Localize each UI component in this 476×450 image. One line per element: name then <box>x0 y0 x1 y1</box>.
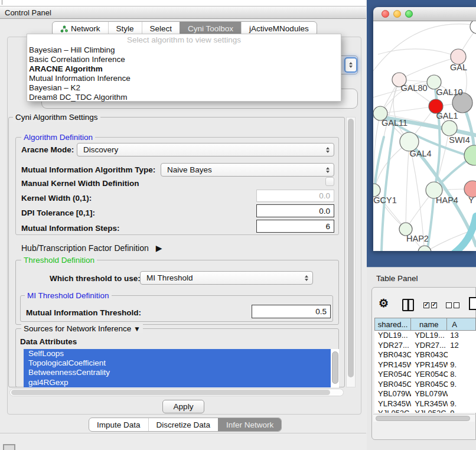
dropdown-prompt: Select algorithm to view settings <box>27 35 341 45</box>
hub-definition-label: Hub/Transcription Factor Definition <box>21 243 149 253</box>
attributes-scrollbar-thumb[interactable] <box>332 351 338 384</box>
dpi-tolerance-field[interactable]: 0.0 <box>256 204 334 217</box>
algorithm-combobox-stepper[interactable] <box>344 57 357 73</box>
tab-discretize-data[interactable]: Discretize Data <box>148 418 219 431</box>
table-cell: 9. <box>448 399 476 409</box>
table-row[interactable]: YER054CYER054C8. <box>374 370 476 380</box>
attribute-item[interactable]: TopologicalCoefficient <box>24 358 331 368</box>
top-strip-artifact <box>2 0 2 5</box>
app-top-strip <box>0 0 366 6</box>
node-GCY1[interactable] <box>373 184 380 197</box>
aracne-mode-combobox[interactable]: Discovery <box>77 143 334 156</box>
apply-button[interactable]: Apply <box>162 400 204 413</box>
column-header-1[interactable]: shared... <box>374 318 411 331</box>
gear-icon[interactable]: ⚙ <box>379 297 389 310</box>
screen: Control Panel ✕ NetworkStyleSelectCyni T… <box>0 0 476 450</box>
algorithm-option[interactable]: Dream8 DC_TDC Algorithm <box>27 93 341 102</box>
columns-icon[interactable] <box>402 299 414 311</box>
which-threshold-value: MI Threshold <box>146 273 193 282</box>
table-row[interactable]: YBL079WYBL079W <box>374 389 476 399</box>
table-cell: 12 <box>448 341 476 351</box>
table-row[interactable]: YBR045CYBR045C9. <box>374 380 476 390</box>
node-Y[interactable] <box>464 181 476 197</box>
network-edge <box>378 49 458 57</box>
cyni-mode-tab-bar: Impute DataDiscretize DataInfer Network <box>89 418 282 432</box>
algorithm-option[interactable]: Basic Correlation Inference <box>27 55 341 64</box>
algorithm-option[interactable]: Bayesian – K2 <box>27 83 341 93</box>
node-unlabeled[interactable] <box>470 21 476 34</box>
attribute-item[interactable]: gal4RGexp <box>24 378 331 387</box>
kernel-width-value: 0.0 <box>319 191 330 200</box>
mi-threshold-field[interactable]: 0.5 <box>252 305 331 318</box>
control-panel-title: Control Panel <box>5 8 51 17</box>
table-row[interactable]: YJL052CYJL052C9 <box>374 409 476 413</box>
mi-type-combobox[interactable]: Naive Bayes <box>161 163 334 177</box>
settings-horizontal-scrollbar[interactable] <box>9 389 344 396</box>
table-row[interactable]: YLR345WYLR345W9. <box>374 399 476 409</box>
settings-group-title: Cyni Algorithm Settings <box>13 113 100 122</box>
algorithm-option[interactable]: ARACNE Algorithm <box>27 64 341 74</box>
manual-kernel-checkbox[interactable] <box>325 177 334 186</box>
close-window-button[interactable] <box>382 10 389 18</box>
page-icon[interactable] <box>469 297 476 310</box>
table-cell: YDL19... <box>411 331 448 341</box>
column-header-2[interactable]: name <box>411 318 447 331</box>
stepper-down-icon <box>349 66 353 68</box>
table-cell: YLR345W <box>374 399 411 409</box>
kernel-width-field[interactable]: 0.0 <box>256 190 334 202</box>
zoom-window-button[interactable] <box>405 10 413 18</box>
table-header-row: shared...nameA <box>374 318 476 331</box>
node-label-GCY1: GCY1 <box>373 195 397 205</box>
tab-label: jActiveMNodules <box>249 24 309 33</box>
tab-label: Network <box>71 24 100 33</box>
network-window-titlebar[interactable] <box>373 7 476 21</box>
table-cell: YPR145W <box>411 360 448 370</box>
node-label-GAL80: GAL80 <box>400 83 427 93</box>
node-label-GAL4: GAL4 <box>409 149 431 158</box>
mi-steps-field[interactable]: 6 <box>256 220 334 233</box>
minimized-panel-button[interactable] <box>3 444 15 450</box>
sources-group-title[interactable]: Sources for Network Inference ▼ <box>21 324 143 333</box>
table-row[interactable]: YBR043CYBR043C <box>374 350 476 360</box>
table-row[interactable]: YDR27...YDR27...12 <box>374 341 476 351</box>
table-cell: 9. <box>448 380 476 390</box>
algorithm-option[interactable]: Mutual Information Inference <box>27 74 341 83</box>
mi-type-value: Naive Bayes <box>167 165 212 174</box>
node-label-SWI4: SWI4 <box>449 135 470 145</box>
hscroll-thumb[interactable] <box>11 390 330 395</box>
minimize-window-button[interactable] <box>393 10 401 18</box>
attribute-item[interactable]: BetweennessCentrality <box>24 368 331 377</box>
algorithm-dropdown-popup: Select algorithm to view settings Bayesi… <box>27 34 341 102</box>
node-label-GAL1: GAL1 <box>436 111 458 120</box>
table-horizontal-scrollbar[interactable] <box>373 414 475 422</box>
table-cell: YBL079W <box>374 389 411 399</box>
panel-divider <box>0 433 366 433</box>
deselect-all-checkboxes-icon[interactable] <box>446 302 459 308</box>
network-canvas[interactable]: GALGAL80GAL10GAL1GAL11SWI4GAL4GCY1HAP4YH… <box>373 21 476 251</box>
table-hscroll-thumb[interactable] <box>376 416 470 421</box>
tab-impute-data[interactable]: Impute Data <box>89 418 148 431</box>
node-label-HAP2: HAP2 <box>406 234 429 243</box>
tab-infer-network[interactable]: Infer Network <box>218 418 281 431</box>
which-threshold-combobox[interactable]: MI Threshold <box>140 271 313 285</box>
dpi-tolerance-label: DPI Tolerance [0,1]: <box>21 208 95 217</box>
table-cell: YER054C <box>374 370 411 380</box>
tab-label: Impute Data <box>97 420 141 429</box>
mi-type-label: Mutual Information Algorithm Type: <box>21 165 155 174</box>
apply-button-label: Apply <box>174 402 194 411</box>
hub-definition-toggle[interactable]: Hub/Transcription Factor Definition ▶ <box>21 243 162 253</box>
network-graph: GALGAL80GAL10GAL1GAL11SWI4GAL4GCY1HAP4YH… <box>373 21 476 251</box>
aracne-mode-label: Aracne Mode: <box>21 145 74 154</box>
table-panel-title: Table Panel <box>376 274 418 283</box>
settings-vertical-scrollbar[interactable] <box>346 117 356 387</box>
attribute-item[interactable]: SelfLoops <box>24 349 331 358</box>
table-row[interactable]: YDL19...YDL19...13 <box>374 331 476 341</box>
network-edge <box>374 137 384 190</box>
column-header-3[interactable]: A <box>447 318 476 331</box>
node-SWI4[interactable] <box>442 120 457 136</box>
algorithm-option[interactable]: Bayesian – Hill Climbing <box>27 45 341 55</box>
vscroll-thumb[interactable] <box>348 119 354 377</box>
combo-stepper-icon <box>326 167 330 173</box>
table-row[interactable]: YPR145WYPR145W9. <box>374 360 476 370</box>
select-all-checkboxes-icon[interactable] <box>423 302 437 308</box>
